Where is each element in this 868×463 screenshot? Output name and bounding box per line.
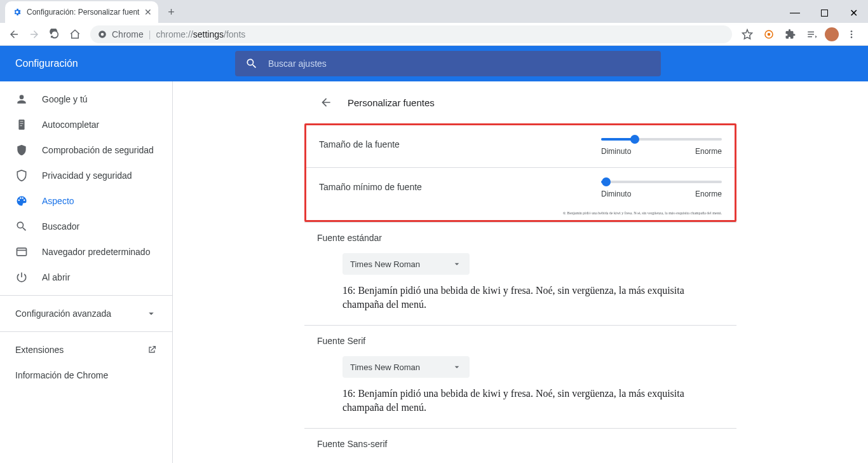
font-size-label: Tamaño de la fuente: [319, 137, 601, 149]
svg-point-4: [768, 32, 771, 36]
reading-list-button[interactable]: [803, 25, 821, 43]
arrow-left-icon: [8, 29, 20, 40]
sidebar-label: Autocompletar: [42, 120, 99, 130]
serif-font-title: Fuente Serif: [317, 336, 724, 346]
close-window-button[interactable]: ✕: [839, 3, 868, 23]
sidebar-label: Buscador: [42, 221, 79, 232]
min-font-size-label: Tamaño mínimo de fuente: [319, 179, 601, 192]
arrow-right-icon: [29, 29, 40, 40]
settings-sidebar: Google y tú Autocompletar Comprobación d…: [0, 81, 173, 463]
gear-icon: [13, 8, 22, 17]
advanced-label: Configuración avanzada: [15, 308, 111, 319]
sidebar-item-privacy[interactable]: Privacidad y seguridad: [0, 163, 172, 188]
reload-button[interactable]: [46, 25, 64, 43]
menu-button[interactable]: [843, 25, 860, 43]
shield-icon: [15, 169, 28, 182]
home-button[interactable]: [66, 25, 84, 43]
circle-icon: [763, 29, 775, 40]
sidebar-item-default-browser[interactable]: Navegador predeterminado: [0, 239, 172, 265]
svg-rect-0: [821, 10, 827, 16]
settings-title: Configuración: [0, 58, 235, 69]
extensions-button[interactable]: [782, 25, 799, 43]
sidebar-label: Navegador predeterminado: [42, 247, 150, 257]
forward-button[interactable]: [25, 25, 43, 43]
minimize-button[interactable]: —: [780, 3, 810, 23]
search-glass-icon: [15, 220, 28, 233]
settings-search[interactable]: [235, 51, 661, 76]
list-icon: [806, 29, 818, 40]
address-bar[interactable]: Chrome | chrome://settings/fonts: [90, 25, 732, 43]
sidebar-label: Comprobación de seguridad: [42, 145, 154, 155]
dropdown-value: Times New Roman: [350, 259, 420, 269]
star-icon: [742, 29, 753, 40]
panel-back-button[interactable]: [320, 96, 332, 109]
omnibox-prefix: Chrome: [112, 29, 144, 39]
clipboard-icon: [15, 118, 28, 131]
serif-font-dropdown[interactable]: Times New Roman: [342, 356, 470, 378]
arrow-left-icon: [320, 96, 332, 109]
sidebar-item-google[interactable]: Google y tú: [0, 86, 172, 112]
shield-check-icon: [15, 144, 28, 156]
sidebar-extensions-link[interactable]: Extensiones: [15, 337, 157, 363]
omnibox-separator: |: [149, 29, 151, 39]
standard-font-sample: 16: Benjamín pidió una bebida de kiwi y …: [342, 284, 698, 311]
maximize-button[interactable]: [810, 3, 839, 23]
slider-thumb[interactable]: [630, 135, 639, 144]
sidebar-about-link[interactable]: Información de Chrome: [15, 363, 157, 388]
sidebar-advanced-toggle[interactable]: Configuración avanzada: [0, 301, 172, 326]
panel-title: Personalizar fuentes: [348, 97, 435, 108]
font-size-slider[interactable]: [601, 138, 722, 141]
sidebar-label: Privacidad y seguridad: [42, 170, 132, 181]
home-icon: [69, 29, 81, 40]
svg-point-6: [851, 33, 853, 35]
svg-point-2: [101, 32, 104, 36]
kebab-icon: [846, 29, 857, 39]
tab-close-button[interactable]: ✕: [144, 7, 152, 17]
sidebar-label: Al abrir: [42, 272, 70, 282]
sidebar-item-appearance[interactable]: Aspecto: [0, 188, 172, 214]
sidebar-item-safety[interactable]: Comprobación de seguridad: [0, 137, 172, 163]
sidebar-item-search[interactable]: Buscador: [0, 214, 172, 239]
standard-font-dropdown[interactable]: Times New Roman: [342, 253, 470, 275]
divider: [0, 295, 172, 296]
divider: [0, 331, 172, 332]
maximize-icon: [821, 10, 828, 17]
browser-tab[interactable]: Configuración: Personalizar fuent ✕: [5, 1, 158, 23]
sidebar-item-autofill[interactable]: Autocompletar: [0, 112, 172, 137]
panel-header: Personalizar fuentes: [304, 81, 736, 123]
standard-font-section: Fuente estándar Times New Roman 16: Benj…: [304, 222, 736, 325]
min-font-size-slider[interactable]: [601, 181, 722, 183]
browser-toolbar: Chrome | chrome://settings/fonts: [0, 23, 868, 46]
power-icon: [15, 271, 28, 284]
new-tab-button[interactable]: +: [162, 3, 180, 21]
extensions-label: Extensiones: [15, 345, 64, 355]
slider-min-label: Diminuto: [601, 147, 631, 156]
standard-font-title: Fuente estándar: [317, 233, 724, 243]
profile-avatar[interactable]: [825, 27, 839, 41]
serif-font-section: Fuente Serif Times New Roman 16: Benjamí…: [304, 325, 736, 428]
svg-point-7: [851, 36, 853, 38]
serif-font-sample: 16: Benjamín pidió una bebida de kiwi y …: [342, 387, 698, 414]
settings-content: Personalizar fuentes Tamaño de la fuente…: [173, 81, 868, 463]
sidebar-label: Aspecto: [42, 196, 74, 206]
tab-title: Configuración: Personalizar fuent: [27, 8, 139, 17]
extension-icon-1[interactable]: [760, 25, 778, 43]
slider-thumb[interactable]: [602, 177, 611, 186]
bookmark-button[interactable]: [738, 25, 756, 43]
slider-min-label: Diminuto: [601, 190, 631, 198]
search-icon: [245, 57, 258, 70]
settings-search-input[interactable]: [268, 59, 651, 69]
svg-rect-8: [17, 248, 27, 256]
back-button[interactable]: [5, 25, 23, 43]
omnibox-url: chrome://settings/fonts: [156, 29, 245, 39]
person-icon: [15, 93, 28, 106]
browser-icon: [15, 245, 28, 258]
chevron-down-icon: [452, 362, 462, 372]
chrome-icon: [98, 30, 107, 39]
sans-font-section: Fuente Sans-serif: [304, 428, 736, 463]
sidebar-item-startup[interactable]: Al abrir: [0, 265, 172, 290]
sans-font-title: Fuente Sans-serif: [317, 439, 724, 449]
sidebar-label: Google y tú: [42, 94, 88, 104]
puzzle-icon: [785, 29, 796, 40]
min-font-sample: 6: Benjamín pidió una bebida de kiwi y f…: [306, 210, 735, 220]
